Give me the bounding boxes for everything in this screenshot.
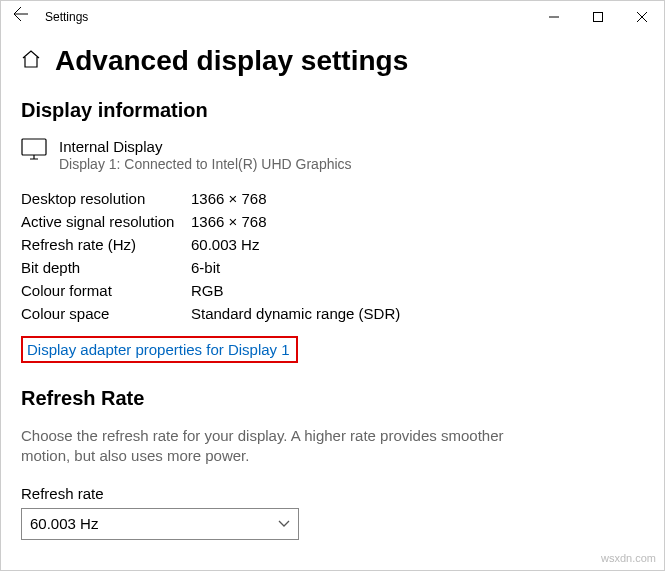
- refresh-rate-dropdown[interactable]: 60.003 Hz: [21, 508, 299, 540]
- content-area: Advanced display settings Display inform…: [1, 33, 664, 540]
- spec-label: Active signal resolution: [21, 213, 191, 230]
- window-title: Settings: [41, 10, 532, 24]
- caption-buttons: [532, 1, 664, 33]
- spec-value: RGB: [191, 282, 224, 299]
- maximize-icon: [593, 12, 603, 22]
- device-name: Internal Display: [59, 138, 352, 155]
- close-button[interactable]: [620, 1, 664, 33]
- refresh-rate-section: Refresh Rate Choose the refresh rate for…: [21, 387, 644, 540]
- refresh-rate-label: Refresh rate: [21, 485, 644, 502]
- specs-table: Desktop resolution1366 × 768 Active sign…: [21, 190, 644, 322]
- spec-value: 1366 × 768: [191, 190, 267, 207]
- spec-row: Active signal resolution1366 × 768: [21, 213, 644, 230]
- house-icon: [21, 49, 41, 69]
- display-info-heading: Display information: [21, 99, 644, 122]
- watermark: wsxdn.com: [601, 552, 656, 564]
- spec-label: Colour format: [21, 282, 191, 299]
- device-subtext: Display 1: Connected to Intel(R) UHD Gra…: [59, 156, 352, 172]
- spec-value: 1366 × 768: [191, 213, 267, 230]
- spec-value: 6-bit: [191, 259, 220, 276]
- spec-label: Desktop resolution: [21, 190, 191, 207]
- titlebar: Settings: [1, 1, 664, 33]
- back-button[interactable]: [1, 1, 41, 33]
- home-icon[interactable]: [21, 49, 41, 73]
- spec-row: Bit depth6-bit: [21, 259, 644, 276]
- spec-row: Desktop resolution1366 × 768: [21, 190, 644, 207]
- monitor-icon: [21, 138, 47, 164]
- spec-label: Colour space: [21, 305, 191, 322]
- svg-rect-1: [22, 139, 46, 155]
- arrow-left-icon: [13, 6, 29, 22]
- page-title: Advanced display settings: [55, 45, 408, 77]
- spec-value: Standard dynamic range (SDR): [191, 305, 400, 322]
- device-block: Internal Display Display 1: Connected to…: [21, 138, 644, 172]
- close-icon: [637, 12, 647, 22]
- display-adapter-link[interactable]: Display adapter properties for Display 1: [21, 336, 298, 363]
- minimize-icon: [549, 12, 559, 22]
- spec-row: Colour formatRGB: [21, 282, 644, 299]
- maximize-button[interactable]: [576, 1, 620, 33]
- spec-value: 60.003 Hz: [191, 236, 259, 253]
- refresh-rate-heading: Refresh Rate: [21, 387, 644, 410]
- spec-row: Colour spaceStandard dynamic range (SDR): [21, 305, 644, 322]
- svg-rect-0: [594, 13, 603, 22]
- spec-row: Refresh rate (Hz)60.003 Hz: [21, 236, 644, 253]
- minimize-button[interactable]: [532, 1, 576, 33]
- chevron-down-icon: [278, 515, 290, 532]
- page-header: Advanced display settings: [21, 45, 644, 77]
- refresh-rate-selected: 60.003 Hz: [30, 515, 98, 532]
- spec-label: Bit depth: [21, 259, 191, 276]
- spec-label: Refresh rate (Hz): [21, 236, 191, 253]
- refresh-rate-description: Choose the refresh rate for your display…: [21, 426, 521, 467]
